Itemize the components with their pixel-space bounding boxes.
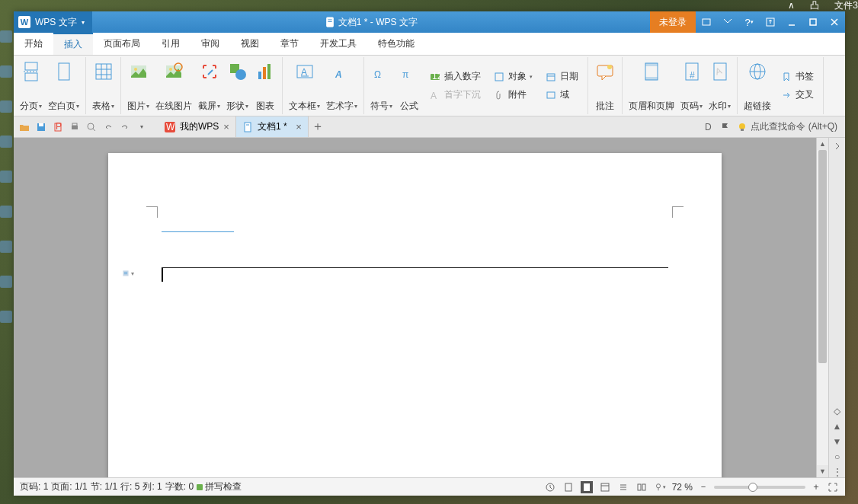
side-up-icon[interactable]: ▲: [832, 421, 843, 432]
undo-icon[interactable]: [102, 121, 114, 133]
chart-button[interactable]: 图表: [251, 57, 279, 114]
shape-button[interactable]: 形状▾: [223, 57, 251, 114]
view-fullscreen-icon[interactable]: [581, 481, 593, 493]
eye-protect-icon[interactable]: ▾: [654, 481, 666, 493]
tab-doc1[interactable]: 文档1 * ×: [236, 116, 309, 137]
menu-start[interactable]: 开始: [14, 33, 53, 55]
svg-rect-57: [72, 126, 78, 129]
maximize-button[interactable]: [802, 11, 824, 33]
page-number-button[interactable]: # 页码▾: [677, 57, 706, 114]
view-print-icon[interactable]: [562, 481, 575, 493]
blank-page-button[interactable]: 空白页▾: [45, 57, 82, 114]
menu-page-layout[interactable]: 页面布局: [93, 33, 151, 55]
side-down-icon[interactable]: ▼: [832, 436, 843, 447]
crossref-button[interactable]: 交叉: [777, 87, 817, 103]
object-button[interactable]: 对象▾: [490, 69, 536, 85]
side-collapse-icon[interactable]: [832, 141, 843, 152]
tab-close-icon[interactable]: ×: [296, 121, 302, 132]
status-section[interactable]: 节: 1/1: [91, 480, 117, 493]
document-page[interactable]: ▾: [108, 153, 722, 477]
zoom-value[interactable]: 72 %: [672, 482, 693, 493]
status-line[interactable]: 行: 5: [120, 480, 139, 493]
side-more-icon[interactable]: ⋮: [832, 467, 843, 477]
bookmark-button[interactable]: 书签: [777, 69, 817, 85]
open-icon[interactable]: [18, 121, 30, 133]
status-page[interactable]: 页面: 1/1: [51, 480, 87, 493]
field-button[interactable]: 域: [542, 87, 581, 103]
view-outline-icon[interactable]: [617, 481, 629, 493]
menu-section[interactable]: 章节: [270, 33, 309, 55]
zoom-in-button[interactable]: ＋: [812, 480, 821, 493]
wordart-button[interactable]: A 艺术字▾: [323, 57, 360, 114]
menu-review[interactable]: 审阅: [190, 33, 230, 55]
side-select-icon[interactable]: ○: [832, 451, 843, 462]
print-preview-icon[interactable]: [85, 121, 98, 133]
feedback-button[interactable]: [717, 11, 738, 33]
hyperlink-button[interactable]: 超链接: [741, 57, 774, 114]
document-area[interactable]: ▾: [14, 138, 816, 477]
watermark-button[interactable]: A 水印▾: [706, 57, 734, 114]
print-icon[interactable]: [69, 121, 81, 133]
comment-button[interactable]: 批注: [591, 57, 619, 114]
zoom-knob[interactable]: [748, 483, 757, 492]
view-web-icon[interactable]: [599, 481, 611, 493]
menu-reference[interactable]: 引用: [151, 33, 190, 55]
symbol-button[interactable]: Ω 符号▾: [367, 57, 395, 114]
status-col[interactable]: 列: 1: [142, 480, 162, 493]
svg-rect-67: [741, 129, 744, 131]
table-button[interactable]: 表格▾: [89, 57, 117, 114]
page-break-button[interactable]: 分页▾: [17, 57, 45, 114]
status-chars[interactable]: 字数: 0: [165, 480, 194, 493]
login-button[interactable]: 未登录: [650, 11, 696, 33]
wps-logo-icon: W: [18, 16, 30, 28]
svg-text:Ω: Ω: [374, 69, 381, 80]
insert-number-button[interactable]: 123插入数字: [426, 69, 484, 85]
menu-dev-tools[interactable]: 开发工具: [309, 33, 367, 55]
scroll-up-icon[interactable]: ▲: [817, 138, 828, 150]
app-window: W WPS 文字 ▾ 文档1 * - WPS 文字 未登录 ? ▾ 开始 插入 …: [14, 11, 845, 496]
screenshot-button[interactable]: 截屏▾: [195, 57, 223, 114]
reading-mode-icon[interactable]: D: [703, 122, 714, 132]
text-input-line[interactable]: [162, 267, 668, 268]
save-icon[interactable]: [35, 121, 47, 133]
scroll-thumb[interactable]: [818, 150, 827, 363]
zoom-out-button[interactable]: －: [699, 480, 708, 493]
fit-screen-icon[interactable]: [827, 481, 839, 493]
equation-button[interactable]: π 公式: [395, 57, 423, 114]
tab-my-wps[interactable]: W 我的WPS ×: [158, 116, 236, 137]
menu-features[interactable]: 特色功能: [367, 33, 425, 55]
history-icon[interactable]: [544, 481, 556, 493]
textbox-button[interactable]: A 文本框▾: [286, 57, 323, 114]
export-pdf-icon[interactable]: P: [52, 121, 64, 133]
side-nav-icon[interactable]: ◇: [832, 406, 843, 416]
app-menu[interactable]: W WPS 文字 ▾: [14, 11, 92, 33]
online-picture-button[interactable]: 在线图片: [152, 57, 195, 114]
help-button[interactable]: ? ▾: [738, 11, 760, 33]
spell-check-status[interactable]: 拼写检查: [197, 480, 242, 493]
attachment-button[interactable]: 附件: [490, 87, 536, 103]
upload-button[interactable]: [760, 11, 781, 33]
zoom-slider[interactable]: [714, 486, 805, 489]
qa-dropdown-icon[interactable]: ▾: [136, 121, 148, 133]
status-page-no[interactable]: 页码: 1: [20, 480, 48, 493]
flag-icon[interactable]: [720, 122, 731, 132]
menu-insert[interactable]: 插入: [53, 33, 93, 55]
skin-button[interactable]: [696, 11, 717, 33]
picture-button[interactable]: 图片▾: [124, 57, 152, 114]
close-button[interactable]: [824, 11, 845, 33]
redo-icon[interactable]: [119, 121, 131, 133]
vertical-scrollbar[interactable]: ▲ ▼: [816, 138, 828, 477]
date-button[interactable]: 日期: [542, 69, 581, 85]
tab-close-icon[interactable]: ×: [223, 121, 229, 132]
view-reading-icon[interactable]: [635, 481, 648, 493]
add-tab-button[interactable]: ＋: [309, 116, 327, 137]
ext-file-label: 文件3: [834, 0, 858, 12]
dropcap-button[interactable]: A首字下沉: [426, 87, 484, 103]
scroll-down-icon[interactable]: ▼: [817, 465, 828, 477]
header-footer-button[interactable]: 页眉和页脚: [626, 57, 677, 114]
paragraph-indicator-icon[interactable]: ▾: [122, 267, 134, 279]
minimize-button[interactable]: [781, 11, 802, 33]
svg-point-59: [88, 123, 94, 129]
search-command[interactable]: 点此查找命令 (Alt+Q): [737, 120, 837, 133]
menu-view[interactable]: 视图: [230, 33, 270, 55]
